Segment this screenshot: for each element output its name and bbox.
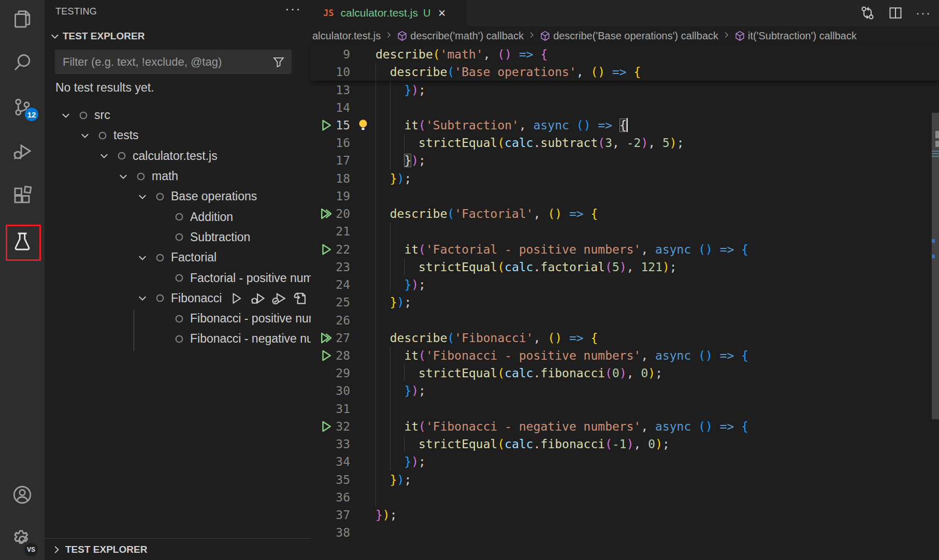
tree-item-factorial-positive-numbers[interactable]: Factorial - positive numbers	[45, 268, 311, 288]
chevron-spacer	[152, 311, 171, 327]
test-circle-icon	[117, 151, 126, 160]
line-number: 17	[311, 152, 350, 169]
code-line-22[interactable]: 22 it('Factorial - positive numbers', as…	[311, 241, 939, 258]
code-text: describe('Base operations', () => {	[375, 63, 939, 81]
code-line-25[interactable]: 25 });	[311, 293, 939, 311]
line-number: 25	[311, 293, 350, 311]
line-number: 19	[311, 187, 350, 205]
go-to-test-button[interactable]	[292, 290, 308, 306]
tree-item-src[interactable]: src	[45, 105, 311, 125]
code-line-31[interactable]: 31	[311, 400, 939, 418]
tree-item-calculator-test-js[interactable]: calculator.test.js	[45, 146, 311, 166]
code-line-34[interactable]: 34 });	[311, 453, 939, 470]
test-explorer-section-header[interactable]: TEST EXPLORER	[45, 27, 311, 46]
line-number: 22	[311, 241, 350, 258]
more-actions-icon[interactable]: ···	[285, 1, 301, 17]
chevron-down-icon[interactable]	[75, 128, 94, 143]
files-icon	[12, 9, 33, 30]
code-line-13[interactable]: 13 });	[311, 81, 939, 99]
code-line-10[interactable]: 10 describe('Base operations', () => {	[311, 63, 939, 81]
scrollbar-thumb[interactable]	[932, 113, 939, 419]
code-line-29[interactable]: 29 strictEqual(calc.fibonacci(0), 0);	[311, 364, 939, 382]
breadcrumb-item[interactable]: alculator.test.js	[312, 30, 381, 42]
chevron-down-icon	[79, 130, 91, 141]
symbol-method-icon	[540, 31, 551, 41]
code-line-36[interactable]: 36	[311, 489, 939, 506]
activity-source-control-button[interactable]: 12	[0, 88, 45, 126]
breadcrumb-item[interactable]: describe('math') callback	[397, 30, 524, 42]
code-line-21[interactable]: 21	[311, 223, 939, 240]
code-line-19[interactable]: 19	[311, 187, 939, 205]
chevron-down-icon[interactable]	[94, 148, 113, 164]
code-line-23[interactable]: 23 strictEqual(calc.factorial(5), 121);	[311, 258, 939, 276]
code-line-26[interactable]: 26	[311, 312, 939, 329]
code-line-17[interactable]: 17 });	[311, 152, 939, 169]
code-line-37[interactable]: 37});	[311, 506, 939, 524]
line-number: 27	[311, 329, 350, 347]
code-line-38[interactable]: 38	[311, 524, 939, 541]
more-actions-icon[interactable]: ···	[915, 5, 932, 21]
activity-explorer-button[interactable]	[0, 0, 45, 38]
code-line-30[interactable]: 30 });	[311, 382, 939, 400]
activity-search-button[interactable]	[0, 43, 45, 82]
code-line-32[interactable]: 32 it('Fibonacci - negative numbers', as…	[311, 418, 939, 435]
activity-accounts-button[interactable]	[0, 476, 45, 514]
tree-item-label: Subtraction	[190, 230, 250, 244]
line-number: 33	[311, 435, 350, 453]
tree-item-subtraction[interactable]: Subtraction	[45, 227, 311, 247]
breadcrumb-item[interactable]: it('Subtraction') callback	[734, 30, 857, 42]
extensions-icon	[12, 185, 33, 205]
lightbulb-icon[interactable]	[356, 118, 371, 132]
split-editor-icon[interactable]	[887, 5, 904, 21]
tab-calculator-test-js[interactable]: JS calculator.test.js U ✕	[311, 0, 467, 26]
line-number: 37	[311, 506, 350, 524]
code-line-18[interactable]: 18 });	[311, 170, 939, 187]
breadcrumb-item[interactable]: describe('Base operations') callback	[540, 30, 718, 42]
tree-item-base-operations[interactable]: Base operations	[45, 186, 311, 207]
line-number: 28	[311, 347, 350, 364]
code-line-33[interactable]: 33 strictEqual(calc.fibonacci(-1), 0);	[311, 435, 939, 453]
debug-test-button[interactable]	[250, 290, 265, 306]
code-line-27[interactable]: 27 describe('Fibonacci', () => {	[311, 329, 939, 347]
run-test-button[interactable]	[228, 290, 244, 306]
filter-icon[interactable]	[272, 55, 285, 69]
tree-item-factorial[interactable]: Factorial	[45, 247, 311, 268]
activity-run-debug-button[interactable]	[0, 132, 45, 170]
chevron-down-icon[interactable]	[113, 169, 133, 184]
code-line-28[interactable]: 28 it('Fibonacci - positive numbers', as…	[311, 347, 939, 364]
close-icon[interactable]: ✕	[438, 7, 446, 19]
chevron-down-icon[interactable]	[133, 250, 152, 266]
chevron-down-icon[interactable]	[133, 189, 152, 204]
code-text: });	[375, 471, 939, 489]
code-line-35[interactable]: 35 });	[311, 471, 939, 489]
activity-extensions-button[interactable]	[0, 176, 45, 214]
open-changes-icon[interactable]	[859, 5, 876, 21]
code-line-20[interactable]: 20 describe('Factorial', () => {	[311, 205, 939, 223]
test-filter-input[interactable]	[55, 55, 272, 69]
tree-item-fibonacci-positive-numbers[interactable]: Fibonacci - positive numbers	[45, 308, 311, 329]
code-line-9[interactable]: 9describe('math', () => {	[311, 46, 939, 63]
activity-settings-button[interactable]: VS	[0, 520, 45, 558]
tree-item-math[interactable]: math	[45, 166, 311, 186]
code-line-16[interactable]: 16 strictEqual(calc.subtract(3, -2), 5);	[311, 134, 939, 152]
line-number: 31	[311, 400, 350, 418]
tree-item-addition[interactable]: Addition	[45, 207, 311, 227]
line-number: 20	[311, 205, 350, 223]
chevron-spacer	[152, 270, 171, 286]
code-line-14[interactable]: 14	[311, 99, 939, 116]
chevron-down-icon[interactable]	[56, 108, 75, 123]
breadcrumb-separator-icon	[722, 31, 731, 39]
run-test-icon	[229, 291, 243, 305]
test-explorer-collapsed-section[interactable]: TEST EXPLORER	[45, 538, 311, 560]
chevron-down-icon[interactable]	[133, 290, 152, 306]
run-with-coverage-button[interactable]	[271, 290, 286, 306]
code-line-24[interactable]: 24 });	[311, 276, 939, 293]
code-line-15[interactable]: 15 it('Subtraction', async () => {	[311, 116, 939, 134]
test-circle-icon	[136, 172, 146, 181]
tree-item-tests[interactable]: tests	[45, 125, 311, 145]
code-text: });	[375, 170, 939, 187]
test-state-icon	[113, 148, 130, 164]
tree-item-fibonacci[interactable]: Fibonacci	[45, 288, 311, 308]
tree-item-fibonacci-negative-numbers[interactable]: Fibonacci - negative numbers	[45, 329, 311, 349]
line-number: 21	[311, 223, 350, 240]
